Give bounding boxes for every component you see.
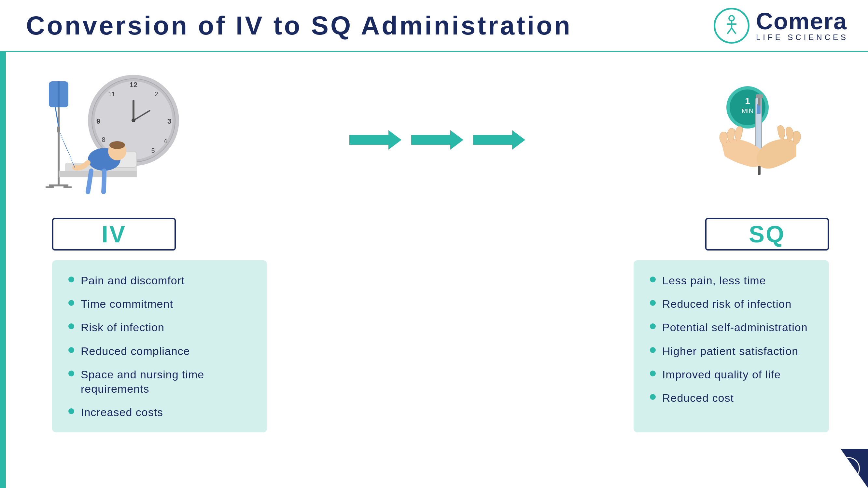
bullet-dot [68, 323, 74, 329]
list-item: Improved quality of life [650, 367, 813, 382]
header: Conversion of IV to SQ Administration Co… [0, 0, 868, 52]
list-item: Reduced compliance [68, 344, 251, 358]
iv-label: IV [101, 221, 126, 248]
iv-label-box: IV [52, 218, 176, 251]
bullet-dot [650, 276, 656, 282]
sq-bullet-box: Less pain, less timeReduced risk of infe… [633, 260, 829, 432]
bullet-dot [650, 394, 656, 400]
bullet-dot [650, 323, 656, 329]
svg-text:2: 2 [154, 91, 158, 98]
svg-text:MIN: MIN [742, 107, 754, 115]
svg-line-33 [60, 133, 75, 167]
list-item: Potential self-administration [650, 320, 813, 334]
svg-text:5: 5 [151, 147, 155, 154]
list-item: Risk of infection [68, 320, 251, 334]
bullet-text: Reduced risk of infection [662, 297, 792, 311]
sq-injection-svg: 1 MIN [695, 78, 832, 202]
svg-line-4 [732, 28, 736, 34]
svg-text:4: 4 [163, 137, 167, 144]
bullets-row: Pain and discomfortTime commitmentRisk o… [13, 257, 855, 439]
sq-label-box: SQ [705, 218, 829, 251]
svg-marker-34 [349, 130, 401, 150]
logo-circle [714, 8, 749, 43]
page-title: Conversion of IV to SQ Administration [26, 11, 572, 41]
labels-row: IV SQ [13, 218, 855, 257]
bullet-text: Pain and discomfort [81, 273, 185, 288]
logo-name: Comera [756, 9, 848, 33]
logo-area: Comera LIFE SCIENCES [714, 8, 848, 43]
svg-rect-28 [59, 171, 137, 177]
iv-patient-svg [39, 75, 137, 198]
svg-rect-44 [756, 94, 763, 98]
bullet-text: Risk of infection [81, 320, 164, 334]
list-item: Reduced cost [650, 391, 813, 405]
logo-subtitle: LIFE SCIENCES [756, 33, 848, 42]
svg-line-3 [727, 28, 732, 34]
bullet-text: Reduced cost [662, 391, 734, 405]
arrows-area [182, 129, 692, 151]
iv-illustration: 12 3 6 9 2 11 4 5 7 8 [39, 72, 182, 208]
bullet-dot [650, 347, 656, 353]
bullet-text: Potential self-administration [662, 320, 808, 334]
bullet-dot [68, 370, 74, 377]
visuals-row: 12 3 6 9 2 11 4 5 7 8 [13, 55, 855, 218]
list-item: Increased costs [68, 405, 251, 419]
bullet-dot [68, 276, 74, 282]
bullet-dot [650, 300, 656, 306]
svg-rect-24 [49, 82, 68, 107]
bullet-text: Less pain, less time [662, 273, 766, 288]
svg-text:1: 1 [745, 96, 750, 106]
bullet-dot [68, 347, 74, 353]
list-item: Higher patient satisfaction [650, 344, 813, 358]
bullet-dot [68, 300, 74, 306]
logo-icon [720, 14, 743, 37]
sq-illustration: 1 MIN [692, 72, 835, 208]
list-item: Less pain, less time [650, 273, 813, 288]
list-item: Space and nursing time requirements [68, 367, 251, 396]
slide: Conversion of IV to SQ Administration Co… [0, 0, 868, 488]
list-item: Pain and discomfort [68, 273, 251, 288]
list-item: Reduced risk of infection [650, 297, 813, 311]
svg-text:3: 3 [167, 117, 171, 125]
svg-point-0 [729, 15, 734, 21]
arrow-3 [473, 129, 525, 151]
bullet-text: Improved quality of life [662, 367, 781, 382]
arrow-1 [349, 129, 401, 151]
bullet-text: Higher patient satisfaction [662, 344, 798, 358]
bullet-text: Increased costs [81, 405, 163, 419]
arrow-2 [411, 129, 463, 151]
svg-rect-26 [57, 126, 60, 133]
logo-text: Comera LIFE SCIENCES [756, 9, 848, 42]
left-accent-bar [0, 0, 6, 488]
bullet-dot [650, 370, 656, 377]
svg-marker-36 [473, 130, 525, 150]
sq-label: SQ [749, 221, 785, 248]
list-item: Time commitment [68, 297, 251, 311]
main-content: 12 3 6 9 2 11 4 5 7 8 [13, 55, 855, 488]
svg-marker-35 [411, 130, 463, 150]
bullet-text: Space and nursing time requirements [81, 367, 251, 396]
bullet-text: Reduced compliance [81, 344, 190, 358]
svg-point-32 [110, 141, 125, 149]
bullet-text: Time commitment [81, 297, 173, 311]
iv-bullet-box: Pain and discomfortTime commitmentRisk o… [52, 260, 267, 432]
bullet-dot [68, 408, 74, 414]
